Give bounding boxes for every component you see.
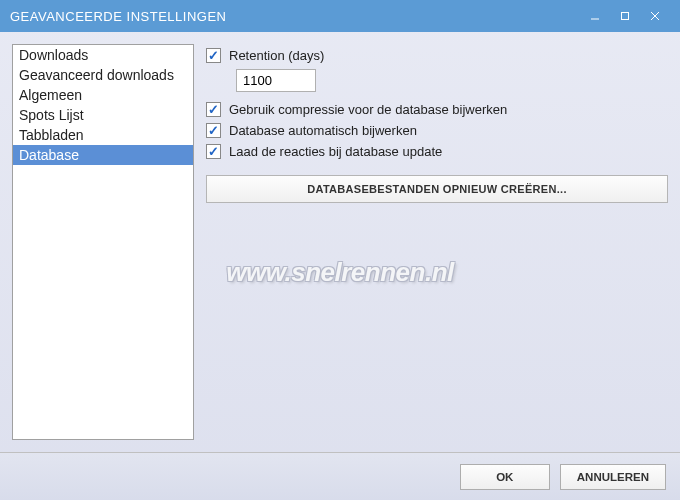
category-sidebar: Downloads Geavanceerd downloads Algemeen… (12, 44, 194, 440)
ok-button[interactable]: OK (460, 464, 550, 490)
compression-row: Gebruik compressie voor de database bijw… (206, 102, 668, 117)
retention-label: Retention (days) (229, 48, 324, 63)
sidebar-item-spots-list[interactable]: Spots Lijst (13, 105, 193, 125)
minimize-icon (590, 11, 600, 21)
compression-label: Gebruik compressie voor de database bijw… (229, 102, 507, 117)
close-icon (650, 11, 660, 21)
sidebar-item-tabs[interactable]: Tabbladen (13, 125, 193, 145)
window-title: GEAVANCEERDE INSTELLINGEN (10, 9, 580, 24)
sidebar-item-advanced-downloads[interactable]: Geavanceerd downloads (13, 65, 193, 85)
close-button[interactable] (640, 4, 670, 28)
dialog-button-bar: OK ANNULEREN (0, 452, 680, 500)
svg-rect-1 (622, 13, 629, 20)
minimize-button[interactable] (580, 4, 610, 28)
load-comments-checkbox[interactable] (206, 144, 221, 159)
retention-input[interactable] (236, 69, 316, 92)
retention-input-row (236, 69, 668, 92)
auto-update-checkbox[interactable] (206, 123, 221, 138)
recreate-database-button[interactable]: DATABASEBESTANDEN OPNIEUW CREËREN... (206, 175, 668, 203)
settings-panel: Retention (days) Gebruik compressie voor… (206, 44, 668, 440)
compression-checkbox[interactable] (206, 102, 221, 117)
main-area: Downloads Geavanceerd downloads Algemeen… (0, 32, 680, 452)
sidebar-item-general[interactable]: Algemeen (13, 85, 193, 105)
cancel-button[interactable]: ANNULEREN (560, 464, 666, 490)
window-controls (580, 4, 670, 28)
auto-update-row: Database automatisch bijwerken (206, 123, 668, 138)
load-comments-label: Laad de reacties bij database update (229, 144, 442, 159)
title-bar: GEAVANCEERDE INSTELLINGEN (0, 0, 680, 32)
load-comments-row: Laad de reacties bij database update (206, 144, 668, 159)
maximize-icon (620, 11, 630, 21)
sidebar-item-database[interactable]: Database (13, 145, 193, 165)
maximize-button[interactable] (610, 4, 640, 28)
sidebar-item-downloads[interactable]: Downloads (13, 45, 193, 65)
auto-update-label: Database automatisch bijwerken (229, 123, 417, 138)
retention-row: Retention (days) (206, 48, 668, 63)
retention-checkbox[interactable] (206, 48, 221, 63)
